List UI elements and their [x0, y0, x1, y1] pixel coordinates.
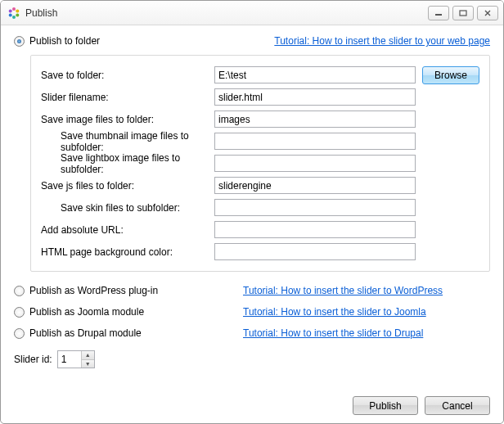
absolute-url-input[interactable] [214, 221, 416, 238]
lightbox-subfolder-input[interactable] [214, 155, 416, 172]
publish-button[interactable]: Publish [353, 396, 418, 415]
save-to-folder-input[interactable] [214, 66, 416, 83]
app-icon [7, 7, 20, 20]
tutorial-link-wordpress[interactable]: Tutorial: How to insert the slider to Wo… [243, 285, 443, 296]
absolute-url-label: Add absolute URL: [41, 224, 214, 236]
thumb-subfolder-label: Save thumbnail image files to subfolder: [41, 130, 214, 153]
radio-publish-folder-label: Publish to folder [29, 35, 100, 47]
slider-id-spinner[interactable]: ▲ ▼ [57, 350, 95, 368]
skin-subfolder-input[interactable] [214, 199, 416, 216]
publish-to-folder-row: Publish to folder Tutorial: How to inser… [14, 35, 490, 47]
svg-rect-6 [435, 14, 442, 16]
radio-publish-folder[interactable] [14, 36, 25, 47]
js-folder-input[interactable] [214, 177, 416, 194]
image-folder-label: Save image files to folder: [41, 114, 214, 125]
minimize-button[interactable] [428, 6, 449, 20]
tutorial-link-joomla[interactable]: Tutorial: How to insert the slider to Jo… [243, 306, 426, 318]
radio-publish-joomla[interactable] [14, 307, 25, 318]
thumb-subfolder-input[interactable] [214, 133, 416, 150]
publish-dialog: Publish Publish to folder Tutorial: How … [0, 0, 504, 424]
spinner-down-icon[interactable]: ▼ [82, 360, 94, 368]
cancel-button[interactable]: Cancel [425, 396, 490, 415]
tutorial-link-webpage[interactable]: Tutorial: How to insert the slider to yo… [274, 35, 490, 47]
slider-id-row: Slider id: ▲ ▼ [14, 350, 490, 368]
svg-point-3 [12, 16, 16, 19]
radio-publish-drupal[interactable] [14, 328, 25, 339]
bg-color-label: HTML page background color: [41, 246, 214, 258]
slider-id-input[interactable] [58, 351, 81, 368]
svg-point-2 [16, 13, 19, 16]
slider-filename-input[interactable] [214, 88, 416, 106]
publish-wordpress-row: Publish as WordPress plug-in Tutorial: H… [14, 285, 490, 296]
dialog-content: Publish to folder Tutorial: How to inser… [1, 25, 503, 423]
spinner-up-icon[interactable]: ▲ [82, 351, 94, 360]
save-to-folder-label: Save to folder: [41, 70, 214, 81]
js-folder-label: Save js files to folder: [41, 180, 214, 192]
maximize-button[interactable] [452, 6, 474, 20]
slider-id-label: Slider id: [14, 354, 52, 365]
svg-rect-7 [460, 11, 466, 16]
skin-subfolder-label: Save skin files to subfolder: [41, 202, 214, 214]
slider-filename-label: Slider filename: [41, 92, 214, 103]
window-controls [428, 6, 498, 20]
dialog-footer: Publish Cancel [14, 390, 490, 415]
folder-options-panel: Save to folder: Browse Slider filename: … [30, 55, 490, 272]
radio-publish-wordpress[interactable] [14, 286, 25, 296]
browse-button[interactable]: Browse [422, 66, 479, 84]
radio-publish-joomla-label: Publish as Joomla module [29, 306, 144, 318]
titlebar: Publish [1, 1, 503, 25]
svg-point-1 [16, 9, 19, 12]
image-folder-input[interactable] [214, 111, 416, 128]
publish-drupal-row: Publish as Drupal module Tutorial: How t… [14, 327, 490, 339]
radio-publish-drupal-label: Publish as Drupal module [29, 327, 142, 339]
publish-joomla-row: Publish as Joomla module Tutorial: How t… [14, 306, 490, 318]
close-button[interactable] [477, 6, 498, 20]
tutorial-link-drupal[interactable]: Tutorial: How to insert the slider to Dr… [243, 327, 423, 339]
window-title: Publish [25, 7, 57, 19]
svg-point-5 [9, 9, 12, 12]
lightbox-subfolder-label: Save lightbox image files to subfolder: [41, 152, 214, 175]
radio-publish-wordpress-label: Publish as WordPress plug-in [29, 285, 158, 296]
bg-color-input[interactable] [214, 243, 416, 260]
svg-point-0 [12, 7, 16, 11]
svg-point-4 [9, 13, 12, 16]
